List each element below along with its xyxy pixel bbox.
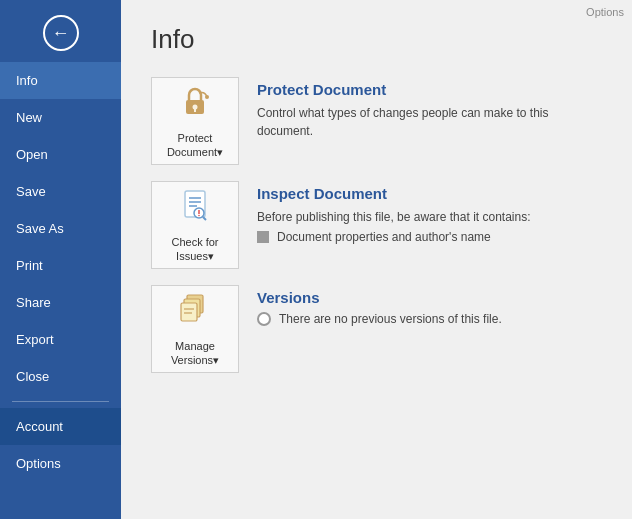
versions-text: Versions There are no previous versions … [257,285,502,326]
sidebar-divider [12,401,109,402]
check-for-issues-button[interactable]: Check for Issues▾ [151,181,239,269]
versions-card: Manage Versions▾ Versions There are no p… [151,285,602,373]
svg-point-11 [198,214,200,216]
manage-versions-button[interactable]: Manage Versions▾ [151,285,239,373]
page-title: Info [151,24,602,55]
protect-document-heading: Protect Document [257,81,587,98]
svg-point-1 [193,104,198,109]
inspect-document-description: Before publishing this file, be aware th… [257,208,531,226]
check-for-issues-label: Check for Issues▾ [156,235,234,264]
clock-icon [257,312,271,326]
sidebar-item-info[interactable]: Info [0,62,121,99]
main-content: Options Info Protect Document▾ Protect D… [121,0,632,519]
sidebar: ← Info New Open Save Save As Print Share… [0,0,121,519]
sidebar-item-options[interactable]: Options [0,445,121,482]
inspect-document-card: Check for Issues▾ Inspect Document Befor… [151,181,602,269]
svg-line-9 [203,217,206,220]
doc-properties-icon [257,231,269,243]
back-button[interactable]: ← [36,8,86,58]
sidebar-item-close[interactable]: Close [0,358,121,395]
lock-icon [177,83,213,127]
sidebar-item-account[interactable]: Account [0,408,121,445]
sidebar-item-save[interactable]: Save [0,173,121,210]
sidebar-item-share[interactable]: Share [0,284,121,321]
inspect-icon [177,187,213,231]
protect-document-button[interactable]: Protect Document▾ [151,77,239,165]
sidebar-item-print[interactable]: Print [0,247,121,284]
svg-point-3 [205,95,209,99]
inspect-document-heading: Inspect Document [257,185,531,202]
versions-heading: Versions [257,289,502,306]
protect-document-card: Protect Document▾ Protect Document Contr… [151,77,602,165]
protect-document-description: Control what types of changes people can… [257,104,587,140]
inspect-document-text: Inspect Document Before publishing this … [257,181,531,244]
back-circle-icon: ← [43,15,79,51]
versions-sub-item: There are no previous versions of this f… [257,312,502,326]
sidebar-item-export[interactable]: Export [0,321,121,358]
protect-document-label: Protect Document▾ [156,131,234,160]
versions-icon [177,291,213,335]
protect-document-text: Protect Document Control what types of c… [257,77,587,140]
manage-versions-label: Manage Versions▾ [156,339,234,368]
svg-rect-14 [181,303,197,321]
options-top-label: Options [586,6,624,18]
sidebar-item-open[interactable]: Open [0,136,121,173]
sidebar-item-new[interactable]: New [0,99,121,136]
inspect-sub-item: Document properties and author's name [257,230,531,244]
sidebar-item-save-as[interactable]: Save As [0,210,121,247]
